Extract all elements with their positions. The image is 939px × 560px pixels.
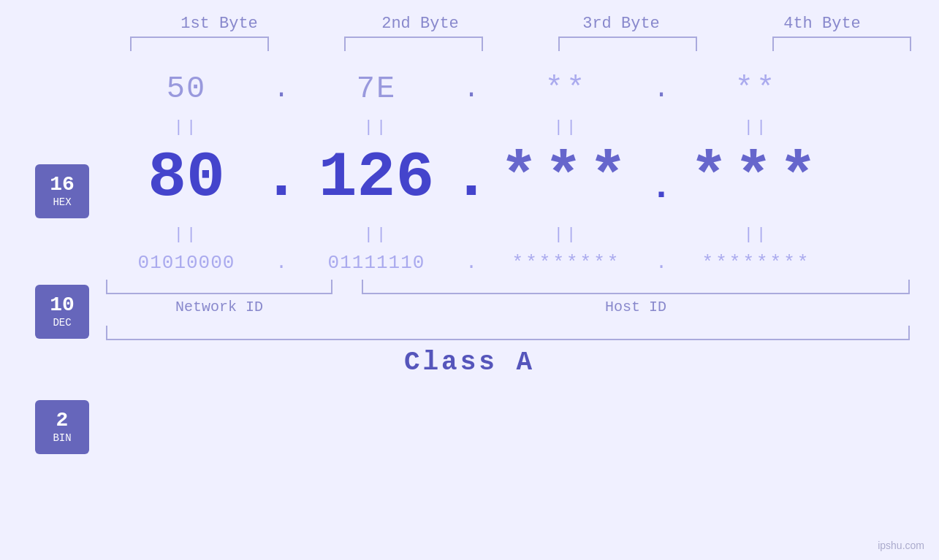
bin-badge-number: 2 <box>56 410 69 431</box>
dec-b1-cell: 80 <box>106 142 267 214</box>
byte1-header: 1st Byte <box>139 15 300 33</box>
equals-row-2: || || || || <box>106 220 910 249</box>
content-area: 16 HEX 10 DEC 2 BIN 50 . 7E . ** . <box>0 51 939 560</box>
bin-b4-cell: ******** <box>676 252 837 274</box>
bottom-bracket-row <box>106 280 910 294</box>
dec-dot1: . <box>267 142 296 214</box>
top-bracket-1 <box>130 37 269 51</box>
dec-b3-cell: *** <box>486 142 647 214</box>
bin-badge: 2 BIN <box>35 400 89 454</box>
byte-headers: 1st Byte 2nd Byte 3rd Byte 4th Byte <box>119 15 923 33</box>
dec-dot2: . <box>457 142 486 214</box>
bin-row: 01010000 . 01111110 . ******** . *******… <box>106 252 910 274</box>
equals-1-b4: || <box>676 118 837 137</box>
hex-b3-value: ** <box>545 72 588 107</box>
host-id-label: Host ID <box>362 299 910 315</box>
hex-b2-value: 7E <box>357 72 396 107</box>
bin-b4-value: ******** <box>702 252 811 274</box>
network-id-bracket <box>106 280 332 294</box>
dec-b3-value: *** <box>500 142 633 214</box>
dec-dot3: . <box>647 166 676 214</box>
equals-1-b2: || <box>296 118 457 137</box>
bin-b2-cell: 01111110 <box>296 252 457 274</box>
hex-dot1: . <box>267 74 296 104</box>
equals-1-b3: || <box>486 118 647 137</box>
bin-dot3: . <box>647 252 676 274</box>
hex-row: 50 . 7E . ** . ** <box>106 72 910 107</box>
top-bracket-row <box>119 37 923 51</box>
hex-b3-cell: ** <box>486 72 647 107</box>
top-bracket-4 <box>772 37 911 51</box>
equals-1-b1: || <box>106 118 267 137</box>
bin-dot1: . <box>267 252 296 274</box>
hex-b1-value: 50 <box>167 72 206 107</box>
id-labels-row: Network ID Host ID <box>106 299 910 315</box>
hex-b1-cell: 50 <box>106 72 267 107</box>
network-id-label: Network ID <box>106 299 332 315</box>
hex-dot2: . <box>457 74 486 104</box>
dec-row: 80 . 126 . *** . *** <box>106 142 910 214</box>
top-bracket-3 <box>558 37 697 51</box>
hex-b2-cell: 7E <box>296 72 457 107</box>
hex-b4-value: ** <box>735 72 778 107</box>
bin-dot2: . <box>457 252 486 274</box>
hex-b4-cell: ** <box>676 72 837 107</box>
byte2-header: 2nd Byte <box>340 15 501 33</box>
hex-dot3: . <box>647 74 676 104</box>
dec-badge: 10 DEC <box>35 285 89 339</box>
dec-b2-value: 126 <box>319 142 434 214</box>
bin-b1-cell: 01010000 <box>106 252 267 274</box>
host-id-bracket <box>362 280 910 294</box>
byte3-header: 3rd Byte <box>541 15 702 33</box>
byte4-header: 4th Byte <box>742 15 902 33</box>
bin-badge-label: BIN <box>53 432 71 444</box>
equals-row-1: || || || || <box>106 112 910 142</box>
main-container: 1st Byte 2nd Byte 3rd Byte 4th Byte 16 H… <box>0 0 939 560</box>
equals-2-b1: || <box>106 226 267 244</box>
top-bracket-2 <box>344 37 483 51</box>
equals-2-b4: || <box>676 226 837 244</box>
class-label: Class A <box>404 348 535 377</box>
dec-b1-value: 80 <box>148 142 225 214</box>
hex-badge-number: 16 <box>50 174 75 195</box>
hex-badge: 16 HEX <box>35 164 89 218</box>
equals-2-b3: || <box>486 226 647 244</box>
bin-b2-value: 01111110 <box>328 252 425 274</box>
dec-badge-number: 10 <box>50 295 75 315</box>
bin-b3-value: ******** <box>512 252 621 274</box>
dec-b4-cell: *** <box>676 142 837 214</box>
full-bottom-bracket <box>106 326 910 340</box>
dec-b4-value: *** <box>690 142 823 214</box>
equals-2-b2: || <box>296 226 457 244</box>
bin-b1-value: 01010000 <box>138 252 235 274</box>
hex-badge-label: HEX <box>53 196 71 208</box>
bin-b3-cell: ******** <box>486 252 647 274</box>
dec-b2-cell: 126 <box>296 142 457 214</box>
watermark: ipshu.com <box>878 540 924 551</box>
dec-badge-label: DEC <box>53 317 71 329</box>
class-label-row: Class A <box>0 348 939 377</box>
